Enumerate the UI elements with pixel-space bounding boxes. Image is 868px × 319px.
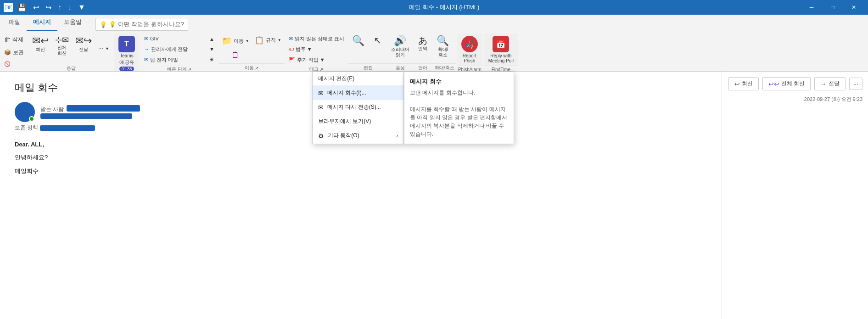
submenu-chevron-icon: › (397, 133, 398, 138)
speaker-icon: 🔊 (394, 36, 406, 46)
dropdown-menu: 메시지 편집(E) ✉ 메시지 회수(I)... ✉ 메시지 다시 전송(S).… (312, 72, 404, 144)
select-cursor-button[interactable]: ↖ (369, 34, 387, 46)
forward-action-icon: → (820, 80, 827, 88)
quicksteps-expand-icon[interactable]: ↗ (188, 67, 191, 72)
ribbon-group-respond: ✉↩ 회신 ⊹✉ 전체회신 ✉↪ 전달 ⋯ ▼ 응답 (29, 32, 113, 72)
save-button[interactable]: 💾 (16, 2, 28, 13)
reply-button[interactable]: ✉↩ 회신 (30, 34, 51, 54)
other-actions-menu-item[interactable]: ⚙ 기타 동작(O) › (313, 129, 403, 143)
ribbon-group-language: あ 번역 언어 (413, 32, 433, 72)
move-down-button[interactable]: ↓ (66, 2, 73, 12)
reply-all-action-button[interactable]: ↩↩ 전체 회신 (762, 77, 811, 90)
search-bulb-icon: 💡 (100, 21, 107, 28)
undo-button[interactable]: ↩ (31, 2, 41, 13)
ribbon-group-quicksteps: ✉ GIV → 관리자에게 전달 ✉ 팀 전자 메일 ▲ ▼ ⊞ (140, 32, 218, 72)
customize-button[interactable]: ▼ (76, 2, 87, 12)
more-dots-icon: ··· (853, 80, 858, 87)
ribbon-group-move: 📁 이동 ▼ 🗒 📋 규칙 ▼ 이동 ↗ (218, 32, 285, 72)
giv-button[interactable]: ✉ GIV (141, 34, 205, 44)
translate-icon: あ (418, 36, 427, 45)
tooltip-panel: 메시지 회수 보낸 메시지를 회수합니다. 메시지를 회수할 때 받는 사람이 … (404, 72, 514, 144)
findtime-icon: 📅 (493, 36, 509, 52)
redo-button[interactable]: ↪ (44, 2, 53, 13)
delete-button[interactable]: 🗑 삭제 (1, 34, 27, 45)
reply-all-button[interactable]: ⊹✉ 전체회신 (52, 34, 72, 57)
more-action-button[interactable]: ··· (849, 78, 862, 90)
title-bar: 📧 💾 ↩ ↪ ↑ ↓ ▼ 메일 회수 - 메시지 (HTML) ─ □ ✕ (0, 0, 868, 15)
team-email-button[interactable]: ✉ 팀 전자 메일 (141, 55, 205, 65)
ribbon: 🗑 삭제 📦 보관 🚫 🧹 삭제 ✉↩ (0, 31, 868, 72)
rules-button[interactable]: 📋 규칙 ▼ (252, 34, 284, 46)
tab-file[interactable]: 파일 (2, 15, 27, 31)
ribbon-group-zoom: 🔍 확대/축소 확대/축소 (433, 32, 456, 72)
more-respond-button[interactable]: ⋯ ▼ (95, 44, 112, 54)
onenote-button[interactable]: 🗒 (219, 48, 252, 62)
search-placeholder: 💡 어떤 작업을 원하시나요? (109, 20, 184, 28)
reply-all-icon: ⊹✉ (55, 36, 69, 44)
tooltip-title: 메시지 회수 (410, 78, 508, 86)
voice-group-label: 음성 (388, 63, 413, 72)
resend-menu-item[interactable]: ✉ 메시지 다시 전송(S)... (313, 100, 403, 114)
reply-action-icon: ↩ (734, 80, 740, 88)
quicksteps-scroll-down[interactable]: ▼ (206, 44, 218, 54)
onenote-icon: 🗒 (231, 50, 240, 60)
quicksteps-expand[interactable]: ⊞ (206, 54, 218, 64)
window-title: 메일 회수 - 메시지 (HTML) (87, 3, 801, 11)
zoom-icon: 🔍 (437, 36, 449, 46)
move-expand-icon[interactable]: ↗ (255, 66, 258, 71)
ribbon-group-phishalarm: 🎣 ReportPhish PhishAlarm (456, 32, 483, 72)
sender-email (40, 113, 132, 119)
forward-button[interactable]: ✉↪ 전달 (73, 34, 94, 54)
teams-icon: T (118, 36, 135, 52)
mark-unread-button[interactable]: ✉ 읽지 않은 상태로 표시 (286, 34, 347, 44)
meeting-poll-button[interactable]: 📅 Reply withMeeting Poll (484, 34, 518, 66)
app-icon: 📧 (4, 3, 13, 12)
minimize-button[interactable]: ─ (801, 0, 822, 15)
reply-icon: ✉↩ (32, 36, 49, 46)
ribbon-group-voice: 🔊 소리내어읽기 음성 (388, 32, 413, 72)
forward-action-button[interactable]: → 전달 (814, 77, 846, 90)
restore-button[interactable]: □ (822, 0, 843, 15)
more-actions-button[interactable]: 🚩 추가 작업 ▼ (286, 55, 328, 65)
ignore-button[interactable]: 🚫 (1, 59, 27, 68)
translate-button[interactable]: あ 번역 (414, 34, 432, 53)
move-group-label: 이동 ↗ (218, 63, 285, 72)
report-phish-button[interactable]: 🎣 ReportPhish (457, 34, 482, 66)
browser-view-menu-item[interactable]: 브라우저에서 보기(V) (313, 114, 403, 129)
category-button[interactable]: 🏷 범주 ▼ (286, 44, 315, 54)
tags-group-label: 태그 ↗ (285, 65, 348, 72)
archive-icon: 📦 (4, 49, 11, 56)
other-icon: ⚙ (318, 132, 324, 140)
search-icon: 🔍 (352, 36, 364, 46)
preserve-value (40, 125, 95, 131)
resend-icon: ✉ (318, 104, 324, 111)
quicksteps-scroll-up[interactable]: ▲ (206, 34, 218, 44)
tab-message[interactable]: 메시지 (27, 15, 57, 31)
archive-button[interactable]: 📦 보관 (1, 46, 27, 58)
dropdown-container: 메시지 편집(E) ✉ 메시지 회수(I)... ✉ 메시지 다시 전송(S).… (312, 72, 514, 144)
reply-all-action-icon: ↩↩ (768, 80, 779, 88)
teams-share-button[interactable]: T Teams 에 공유 01 38 (114, 34, 139, 72)
move-button[interactable]: 📁 이동 ▼ (219, 34, 252, 47)
giv-icon: ✉ (144, 36, 148, 42)
cursor-icon: ↖ (374, 36, 381, 45)
search-button[interactable]: 🔍 (349, 34, 368, 48)
forward-icon: ✉↪ (75, 36, 92, 46)
read-aloud-button[interactable]: 🔊 소리내어읽기 (389, 34, 412, 59)
tab-help[interactable]: 도움말 (57, 15, 88, 31)
forward-manager-button[interactable]: → 관리자에게 전달 (141, 44, 205, 54)
action-buttons-row: ↩ 회신 ↩↩ 전체 회신 → 전달 ··· (727, 77, 862, 90)
move-up-button[interactable]: ↑ (56, 2, 63, 12)
reply-action-button[interactable]: ↩ 회신 (728, 77, 759, 90)
window-controls: ─ □ ✕ (801, 0, 864, 15)
recall-menu-item[interactable]: ✉ 메시지 회수(I)... (313, 86, 403, 100)
forward-mgr-icon: → (144, 46, 149, 52)
search-box[interactable]: 💡 💡 어떤 작업을 원하시나요? (95, 18, 188, 31)
online-indicator (29, 116, 34, 122)
phish-icon: 🎣 (461, 36, 478, 52)
close-button[interactable]: ✕ (843, 0, 864, 15)
tags-expand-icon[interactable]: ↗ (319, 67, 323, 72)
ribbon-group-tags: ✉ 읽지 않은 상태로 표시 🏷 범주 ▼ 🚩 추가 작업 ▼ 태그 ↗ (285, 32, 348, 72)
phishalarm-group-label: PhishAlarm (456, 66, 483, 72)
zoom-button[interactable]: 🔍 확대/축소 (434, 34, 452, 59)
